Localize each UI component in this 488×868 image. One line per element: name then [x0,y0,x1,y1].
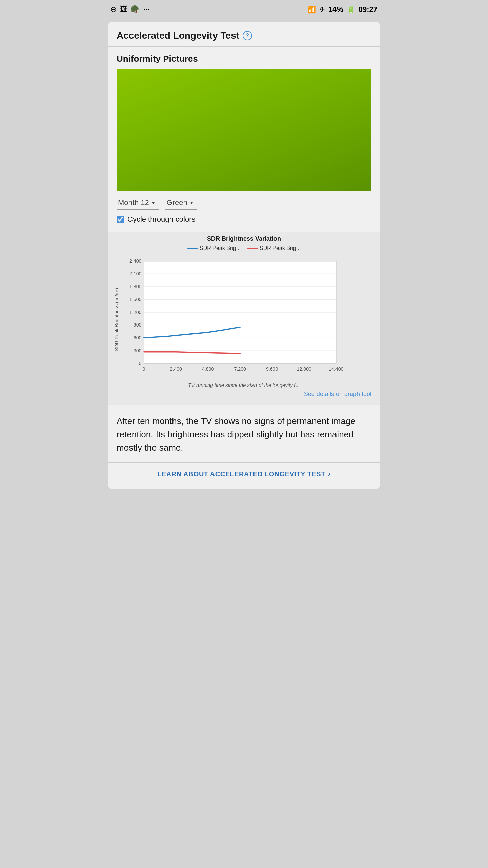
svg-text:0: 0 [139,361,142,366]
chart-container: SDR Peak Brightness (cd/m²) 0 300 600 90… [112,255,376,381]
chart-title: SDR Brightness Variation [112,235,376,242]
uniformity-title: Uniformity Pictures [117,54,371,64]
learn-more-section: LEARN ABOUT ACCELERATED LONGEVITY TEST › [108,462,380,489]
dropdowns-row: Month 12 ▼ Green ▼ [117,197,371,210]
svg-text:14,400: 14,400 [329,366,343,372]
color-dropdown[interactable]: Green ▼ [165,197,197,210]
image-icon: 🖼 [120,5,127,14]
card-header: Accelerated Longevity Test ? [108,22,380,47]
legend-blue-line [187,248,198,249]
hat-icon: 🪖 [131,5,140,14]
legend-red-label: SDR Peak Brig... [260,245,301,251]
color-dropdown-arrow: ▼ [189,200,194,205]
cycle-label: Cycle through colors [127,215,196,224]
status-bar: ⊖ 🖼 🪖 ··· 📶 ✈ 14% 🔋 09:27 [104,0,384,19]
legend-blue-label: SDR Peak Brig... [200,245,241,251]
svg-text:12,000: 12,000 [297,366,311,372]
svg-text:7,200: 7,200 [234,366,246,372]
svg-text:2,400: 2,400 [170,366,182,372]
battery-icon: 🔋 [347,5,355,14]
uniformity-section: Uniformity Pictures Month 12 ▼ Green ▼ C… [108,47,380,232]
svg-text:600: 600 [134,335,142,340]
plane-icon: ✈ [319,5,325,14]
chart-xlabel: TV running time since the start of the l… [112,382,376,388]
svg-text:0: 0 [143,366,145,372]
svg-text:4,800: 4,800 [202,366,214,372]
month-dropdown-arrow: ▼ [151,200,156,205]
description-section: After ten months, the TV shows no signs … [108,405,380,462]
status-left-icons: ⊖ 🖼 🪖 ··· [110,5,149,14]
status-right-info: 📶 ✈ 14% 🔋 09:27 [307,5,378,14]
svg-text:1,200: 1,200 [129,310,142,315]
month-label: Month 12 [118,198,149,207]
learn-more-button[interactable]: LEARN ABOUT ACCELERATED LONGEVITY TEST › [157,470,331,478]
dots-icon: ··· [143,5,149,14]
chart-legend: SDR Peak Brig... SDR Peak Brig... [112,245,376,251]
cycle-checkbox[interactable] [117,216,124,223]
y-axis-label: SDR Peak Brightness (cd/m²) [114,288,119,351]
month-dropdown[interactable]: Month 12 ▼ [117,197,159,210]
legend-red-line [247,248,258,249]
description-text: After ten months, the TV shows no signs … [117,415,371,454]
chevron-right-icon: › [328,470,331,478]
page-title: Accelerated Longevity Test [117,30,239,41]
chart-svg: SDR Peak Brightness (cd/m²) 0 300 600 90… [112,255,376,379]
legend-red: SDR Peak Brig... [247,245,301,251]
svg-text:900: 900 [134,322,142,328]
svg-text:9,600: 9,600 [266,366,278,372]
color-label: Green [167,198,187,207]
svg-text:1,500: 1,500 [129,297,142,302]
legend-blue: SDR Peak Brig... [187,245,241,251]
cycle-checkbox-row: Cycle through colors [117,215,371,224]
card-title-row: Accelerated Longevity Test ? [117,30,371,41]
svg-text:1,800: 1,800 [129,284,142,289]
main-card: Accelerated Longevity Test ? Uniformity … [108,22,380,489]
minus-icon: ⊖ [110,5,117,14]
learn-more-label: LEARN ABOUT ACCELERATED LONGEVITY TEST [157,470,325,478]
svg-text:2,100: 2,100 [129,271,142,276]
clock: 09:27 [359,5,378,14]
wifi-icon: 📶 [307,5,316,14]
svg-text:300: 300 [134,348,142,353]
svg-text:2,400: 2,400 [129,258,142,264]
help-icon-button[interactable]: ? [243,31,252,40]
battery-percent: 14% [328,5,343,14]
see-details-link[interactable]: See details on graph tool [112,388,376,398]
uniformity-image [117,69,371,191]
chart-section: SDR Brightness Variation SDR Peak Brig..… [108,232,380,405]
